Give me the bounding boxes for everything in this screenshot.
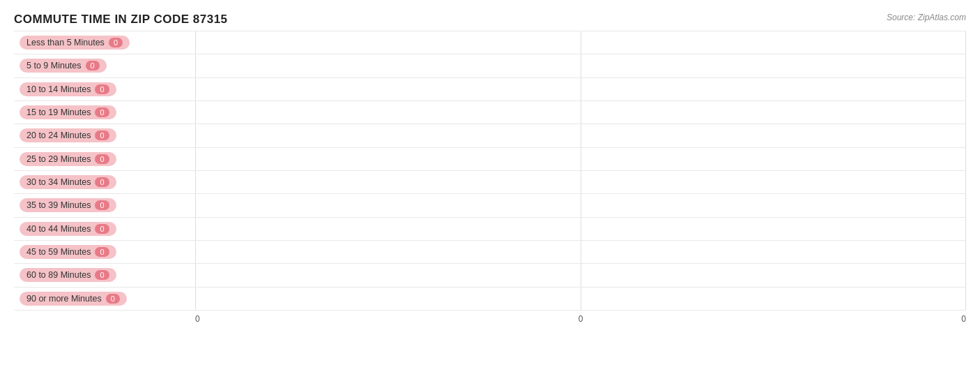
bar-label-text: 30 to 34 Minutes <box>26 177 91 187</box>
bar-label-text: 45 to 59 Minutes <box>26 247 91 257</box>
bar-label-text: 40 to 44 Minutes <box>26 224 91 234</box>
bar-value-badge: 0 <box>109 38 123 47</box>
x-label-3: 0 <box>961 314 966 324</box>
bar-track <box>195 264 966 286</box>
bar-label-area: 5 to 9 Minutes 0 <box>14 59 195 73</box>
bar-value-badge: 0 <box>95 177 109 187</box>
table-row: 35 to 39 Minutes 0 <box>14 194 966 217</box>
bar-value-badge: 0 <box>95 270 109 280</box>
bar-track <box>195 218 966 240</box>
bar-label-text: 20 to 24 Minutes <box>26 131 91 140</box>
chart-area: Less than 5 Minutes 0 5 to 9 Minutes 0 1 <box>14 31 966 327</box>
bar-label-text: 90 or more Minutes <box>26 294 102 304</box>
bar-value-badge: 0 <box>95 154 109 164</box>
bar-label-pill: 40 to 44 Minutes 0 <box>20 222 116 236</box>
bar-label-area: 40 to 44 Minutes 0 <box>14 222 195 236</box>
x-axis: 0 0 0 <box>195 311 966 327</box>
bar-value-badge: 0 <box>95 84 109 94</box>
bar-track <box>195 194 966 216</box>
table-row: 20 to 24 Minutes 0 <box>14 124 966 147</box>
table-row: 5 to 9 Minutes 0 <box>14 54 966 77</box>
chart-title: COMMUTE TIME IN ZIP CODE 87315 <box>14 13 966 27</box>
table-row: 90 or more Minutes 0 <box>14 288 966 311</box>
table-row: 60 to 89 Minutes 0 <box>14 264 966 287</box>
bar-label-text: 25 to 29 Minutes <box>26 154 91 164</box>
bar-label-area: 10 to 14 Minutes 0 <box>14 82 195 96</box>
bar-label-area: 25 to 29 Minutes 0 <box>14 152 195 166</box>
bar-track <box>195 171 966 193</box>
bar-label-text: 10 to 14 Minutes <box>26 84 91 94</box>
bar-label-area: 90 or more Minutes 0 <box>14 292 195 306</box>
x-label-1: 0 <box>195 314 200 324</box>
bar-track <box>195 78 966 100</box>
bar-track <box>195 148 966 170</box>
bar-track <box>195 31 966 54</box>
bar-label-text: Less than 5 Minutes <box>26 38 105 47</box>
bar-label-pill: 60 to 89 Minutes 0 <box>20 268 116 282</box>
bar-value-badge: 0 <box>86 61 100 70</box>
bar-label-text: 15 to 19 Minutes <box>26 107 91 117</box>
bar-label-pill: 15 to 19 Minutes 0 <box>20 105 116 119</box>
source-label: Source: ZipAtlas.com <box>887 13 966 22</box>
bar-label-area: 45 to 59 Minutes 0 <box>14 245 195 259</box>
bar-label-pill: 10 to 14 Minutes 0 <box>20 82 116 96</box>
bar-label-pill: 35 to 39 Minutes 0 <box>20 198 116 212</box>
bar-label-pill: Less than 5 Minutes 0 <box>20 36 130 50</box>
bar-track <box>195 124 966 147</box>
bar-label-text: 60 to 89 Minutes <box>26 270 91 280</box>
bar-label-area: 20 to 24 Minutes 0 <box>14 128 195 142</box>
table-row: 30 to 34 Minutes 0 <box>14 171 966 194</box>
table-row: 10 to 14 Minutes 0 <box>14 78 966 101</box>
chart-container: COMMUTE TIME IN ZIP CODE 87315 Source: Z… <box>0 0 980 365</box>
table-row: Less than 5 Minutes 0 <box>14 31 966 54</box>
bar-value-badge: 0 <box>106 294 120 304</box>
bar-value-badge: 0 <box>95 107 109 117</box>
table-row: 45 to 59 Minutes 0 <box>14 241 966 264</box>
bar-value-badge: 0 <box>95 247 109 257</box>
bar-label-area: 15 to 19 Minutes 0 <box>14 105 195 119</box>
bar-label-pill: 90 or more Minutes 0 <box>20 292 127 306</box>
bar-label-pill: 25 to 29 Minutes 0 <box>20 152 116 166</box>
bar-track <box>195 101 966 124</box>
table-row: 25 to 29 Minutes 0 <box>14 148 966 171</box>
bar-value-badge: 0 <box>95 131 109 140</box>
x-label-2: 0 <box>579 314 583 324</box>
bar-label-text: 5 to 9 Minutes <box>26 61 82 70</box>
rows-container: Less than 5 Minutes 0 5 to 9 Minutes 0 1 <box>14 31 966 311</box>
bar-label-area: 35 to 39 Minutes 0 <box>14 198 195 212</box>
bar-track <box>195 288 966 310</box>
bar-track <box>195 241 966 263</box>
bar-label-pill: 5 to 9 Minutes 0 <box>20 59 107 73</box>
table-row: 40 to 44 Minutes 0 <box>14 218 966 241</box>
bar-value-badge: 0 <box>95 200 109 210</box>
bar-track <box>195 54 966 77</box>
bar-label-pill: 30 to 34 Minutes 0 <box>20 175 116 189</box>
bar-label-pill: 20 to 24 Minutes 0 <box>20 128 116 142</box>
bar-label-text: 35 to 39 Minutes <box>26 200 91 210</box>
table-row: 15 to 19 Minutes 0 <box>14 101 966 124</box>
bar-label-area: Less than 5 Minutes 0 <box>14 36 195 50</box>
bar-label-pill: 45 to 59 Minutes 0 <box>20 245 116 259</box>
bar-value-badge: 0 <box>95 224 109 234</box>
bar-label-area: 60 to 89 Minutes 0 <box>14 268 195 282</box>
bar-label-area: 30 to 34 Minutes 0 <box>14 175 195 189</box>
